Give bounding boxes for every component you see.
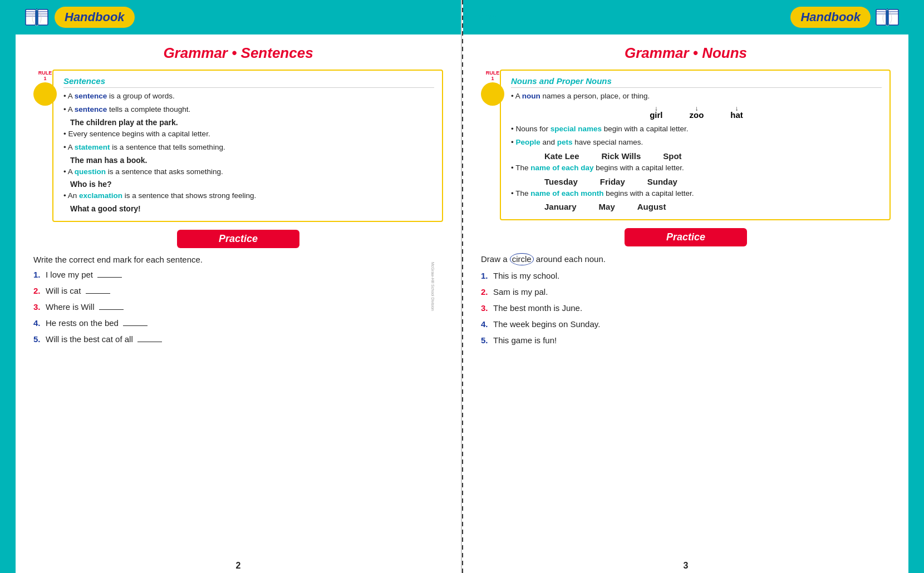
highlight-sentence-2: sentence	[75, 105, 107, 113]
highlight-exclamation: exclamation	[79, 191, 122, 200]
highlight-noun: noun	[522, 92, 540, 100]
noun-zoo: zoo	[690, 110, 704, 120]
name-field: Name	[472, 12, 600, 22]
right-practice-item-3: 3. The best month is June.	[481, 303, 891, 313]
item-text-5: Will is the best cat of all	[46, 334, 162, 344]
practice-item-3: 3. Where is Will	[33, 302, 443, 312]
blank-3[interactable]	[99, 309, 124, 310]
practice-label-left: Practice	[219, 233, 258, 244]
item-text-3: Where is Will	[46, 302, 124, 312]
practice-instruction-right: Draw a circle around each noun.	[481, 253, 891, 265]
name-kate: Kate Lee	[544, 151, 579, 161]
book-icon-right	[875, 7, 900, 27]
right-rule-item-1: A noun names a person, place, or thing.	[511, 91, 882, 102]
book-icon-left	[24, 7, 49, 27]
rule-label-right: RULE 1	[481, 71, 504, 106]
example-3: Who is he?	[70, 180, 434, 189]
left-header: Handbook	[16, 0, 461, 34]
highlight-people: People	[515, 138, 540, 146]
left-page: Handbook Grammar • Sentences RULE 1 Sent…	[0, 0, 462, 573]
practice-label-right: Practice	[666, 231, 705, 243]
rule-box-left: Sentences A sentence is a group of words…	[52, 70, 443, 222]
practice-list-left: 1. I love my pet 2. Will is cat 3. Where…	[33, 270, 443, 344]
right-item-num-1: 1.	[481, 271, 491, 280]
page-num-left: 2	[16, 557, 461, 573]
example-row-months: January May August	[544, 202, 882, 211]
month-may: May	[599, 202, 615, 211]
blank-5[interactable]	[137, 342, 162, 342]
blank-4[interactable]	[123, 325, 148, 326]
name-underline[interactable]	[500, 12, 600, 22]
right-section-title: Grammar • Nouns	[481, 45, 891, 62]
right-item-text-2: Sam is my pal.	[493, 287, 548, 297]
right-rule-item-5: The name of each month begins with a cap…	[511, 189, 882, 199]
right-item-text-1: This is my school.	[493, 271, 559, 280]
noun-item-girl: ↓ girl	[650, 105, 662, 120]
highlight-day: name of each day	[530, 164, 593, 172]
right-content: Grammar • Nouns RULE 1 Nouns and Proper …	[463, 34, 908, 557]
rule-item-5: A question is a sentence that asks somet…	[63, 167, 434, 177]
blank-1[interactable]	[97, 277, 122, 278]
rule-item-3: Every sentence begins with a capital let…	[63, 129, 434, 140]
item-text-1: I love my pet	[46, 270, 122, 279]
right-item-text-5: This game is fun!	[493, 335, 557, 345]
name-rick: Rick Wills	[602, 151, 641, 161]
highlight-sentence-1: sentence	[75, 92, 107, 100]
right-page: Name Handbook Grammar • Nouns	[463, 0, 924, 573]
right-header: Name Handbook	[463, 0, 908, 34]
day-sunday: Sunday	[647, 177, 677, 186]
highlight-month: name of each month	[530, 189, 603, 197]
right-item-num-4: 4.	[481, 319, 491, 329]
month-january: January	[544, 202, 577, 211]
highlight-special-names: special names	[551, 125, 602, 133]
page-num-right: 3	[463, 557, 908, 573]
example-4: What a good story!	[70, 204, 434, 213]
noun-girl: girl	[650, 110, 662, 120]
right-practice-item-4: 4. The week begins on Sunday.	[481, 319, 891, 329]
right-practice-item-5: 5. This game is fun!	[481, 335, 891, 345]
left-section-title: Grammar • Sentences	[33, 45, 443, 62]
handbook-title-left: Handbook	[55, 7, 135, 28]
rule-container-right: RULE 1 Nouns and Proper Nouns A noun nam…	[481, 70, 891, 220]
rule-circle-right	[481, 82, 504, 106]
highlight-statement: statement	[75, 143, 110, 151]
right-item-text-4: The week begins on Sunday.	[493, 319, 600, 329]
example-2: The man has a book.	[70, 156, 434, 165]
practice-banner-left: Practice	[177, 230, 299, 248]
item-text-2: Will is cat	[46, 286, 110, 295]
noun-hat: hat	[730, 110, 743, 120]
rule-label-left: RULE 1	[33, 71, 57, 106]
right-item-num-5: 5.	[481, 335, 491, 345]
noun-item-zoo: ↓ zoo	[690, 105, 704, 120]
noun-examples-row: ↓ girl ↓ zoo ↓ hat	[511, 105, 882, 120]
item-num-4: 4.	[33, 318, 43, 328]
handbook-title-right: Handbook	[790, 7, 871, 28]
example-row-days: Tuesday Friday Sunday	[544, 177, 882, 186]
highlight-pets: pets	[557, 138, 573, 146]
right-practice-item-2: 2. Sam is my pal.	[481, 287, 891, 297]
practice-item-1: 1. I love my pet	[33, 270, 443, 279]
rule-box-right: Nouns and Proper Nouns A noun names a pe…	[500, 70, 891, 220]
practice-item-5: 5. Will is the best cat of all	[33, 334, 443, 344]
practice-instruction-left: Write the correct end mark for each sent…	[33, 255, 443, 264]
circle-word: circle	[510, 253, 534, 265]
right-item-text-3: The best month is June.	[493, 303, 582, 313]
highlight-question: question	[75, 167, 106, 176]
rule-item-6: An exclamation is a sentence that shows …	[63, 191, 434, 201]
right-rule-item-4: The name of each day begins with a capit…	[511, 163, 882, 174]
rule-item-2: A sentence tells a complete thought.	[63, 105, 434, 115]
month-august: August	[637, 202, 666, 211]
publisher-left: McGraw-Hill School Division	[431, 262, 435, 311]
rule-circle-left	[33, 82, 57, 106]
item-num-1: 1.	[33, 270, 43, 279]
right-rule-item-3: People and pets have special names.	[511, 137, 882, 148]
practice-item-4: 4. He rests on the bed	[33, 318, 443, 328]
day-tuesday: Tuesday	[544, 177, 578, 186]
item-num-3: 3.	[33, 302, 43, 312]
name-spot: Spot	[663, 151, 681, 161]
rule-box-title-left: Sentences	[63, 76, 434, 88]
day-friday: Friday	[600, 177, 625, 186]
noun-item-hat: ↓ hat	[730, 105, 743, 120]
right-item-num-3: 3.	[481, 303, 491, 313]
blank-2[interactable]	[86, 293, 110, 294]
